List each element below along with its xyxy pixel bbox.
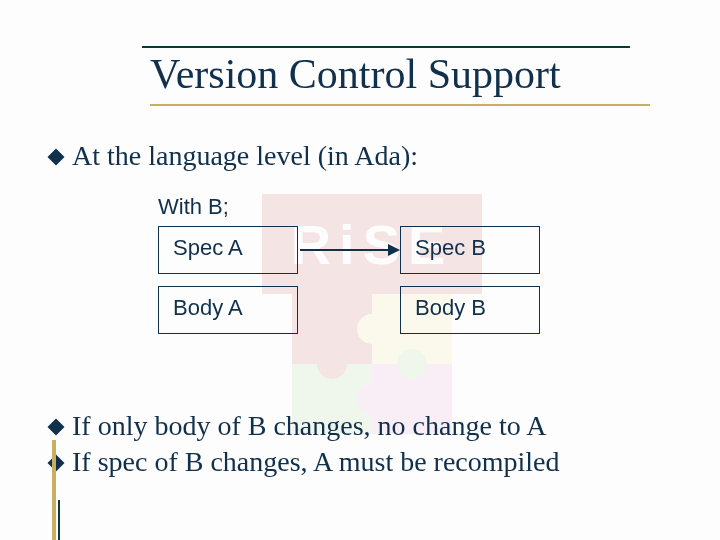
box-spec-b: Spec B	[400, 226, 540, 274]
bullet-3: If spec of B changes, A must be recompil…	[50, 446, 690, 478]
bullet-1: At the language level (in Ada):	[50, 140, 690, 172]
with-label: With B;	[158, 194, 229, 220]
arrow-spec-a-to-spec-b	[300, 249, 398, 251]
bullet-icon	[48, 455, 65, 472]
title-rule	[142, 46, 630, 48]
bullet-2: If only body of B changes, no change to …	[50, 410, 690, 442]
bullet-icon	[48, 149, 65, 166]
left-accent-green	[58, 500, 60, 540]
left-accent-gold	[52, 440, 56, 540]
box-body-a: Body A	[158, 286, 298, 334]
bullet-icon	[48, 419, 65, 436]
box-body-b: Body B	[400, 286, 540, 334]
title-underline	[150, 104, 650, 106]
bullet-2-text: If only body of B changes, no change to …	[72, 410, 546, 442]
slide-title-wrap: Version Control Support	[150, 50, 630, 98]
bullet-3-text: If spec of B changes, A must be recompil…	[72, 446, 560, 478]
bullet-1-text: At the language level (in Ada):	[72, 140, 418, 172]
slide-title: Version Control Support	[150, 50, 630, 98]
box-spec-a: Spec A	[158, 226, 298, 274]
